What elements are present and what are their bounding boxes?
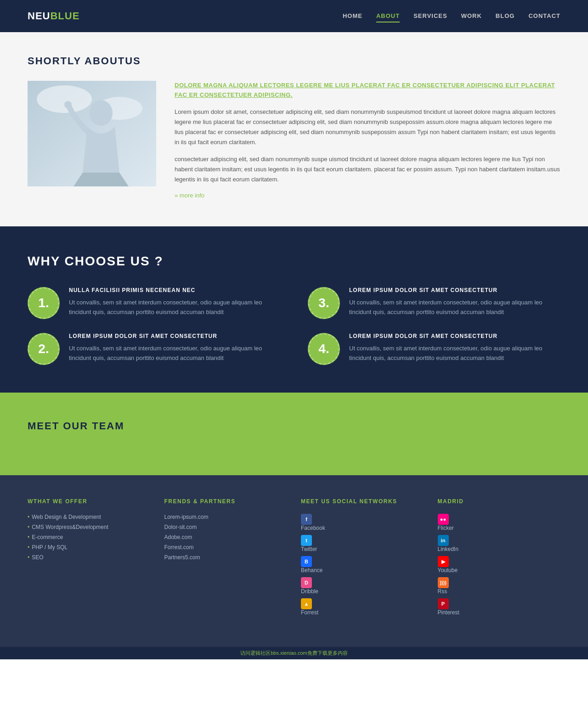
svg-point-3 bbox=[90, 100, 113, 126]
flicker-icon: ●● bbox=[438, 514, 449, 525]
why-item-4: 4. LOREM IPSUM DOLOR SIT AMET CONSECTETU… bbox=[308, 333, 560, 365]
about-text: DOLORE MAGNA ALIQUAM LECTORES LEGERE ME … bbox=[175, 81, 560, 199]
footer-col-social: MEET US SOCIAL NETWORKS f Facebook t Twi… bbox=[301, 498, 424, 619]
logo[interactable]: NEUBLUE bbox=[28, 10, 79, 22]
footer-social-behance-label: Behance bbox=[301, 567, 322, 573]
footer-madrid-youtube-label: Youtube bbox=[438, 567, 458, 573]
why-grid: 1. NULLA FACILISII PRIMIS NECENEAN NEC U… bbox=[28, 287, 560, 365]
footer-madrid-rss[interactable]: )))) Rss bbox=[438, 577, 561, 595]
footer-col-partners: FRENDS & PARTNERS Lorem-ipsum.com Dolor-… bbox=[164, 498, 288, 619]
footer-social-facebook[interactable]: f Facebook bbox=[301, 514, 424, 531]
about-title: SHORTLY ABOUTUS bbox=[28, 55, 560, 67]
footer-social-forrest-label: Forrest bbox=[301, 609, 318, 616]
why-item-1: 1. NULLA FACILISII PRIMIS NECENEAN NEC U… bbox=[28, 287, 280, 319]
why-item-2: 2. LOREM IPSUM DOLOR SIT AMET CONSECTETU… bbox=[28, 333, 280, 365]
why-heading-4: LOREM IPSUM DOLOR SIT AMET CONSECTETUR bbox=[349, 333, 560, 339]
youtube-icon: ▶ bbox=[438, 556, 449, 567]
behance-icon: B bbox=[301, 556, 312, 567]
logo-blue: BLUE bbox=[50, 10, 79, 22]
dribble-icon: D bbox=[301, 577, 312, 588]
footer-madrid-youtube[interactable]: ▶ Youtube bbox=[438, 556, 561, 573]
why-number-3: 3. bbox=[308, 287, 340, 319]
nav-contact[interactable]: CONTACT bbox=[528, 10, 560, 22]
why-number-1: 1. bbox=[28, 287, 60, 319]
why-number-4: 4. bbox=[308, 333, 340, 365]
footer-madrid-linkedin[interactable]: in LinkedIn bbox=[438, 535, 561, 552]
footer-social-forrest[interactable]: ▲ Forrest bbox=[301, 598, 424, 616]
about-content-title: DOLORE MAGNA ALIQUAM LECTORES LEGERE ME … bbox=[175, 81, 560, 100]
why-title: WHY CHOOSE US ? bbox=[28, 254, 560, 269]
linkedin-icon: in bbox=[438, 535, 449, 546]
why-item-content-1: NULLA FACILISII PRIMIS NECENEAN NEC Ut c… bbox=[69, 287, 280, 317]
team-section: MEET OUR TEAM bbox=[0, 393, 588, 475]
footer-social-twitter-label: Twitter bbox=[301, 546, 317, 552]
why-item-3: 3. LOREM IPSUM DOLOR SIT AMET CONSECTETU… bbox=[308, 287, 560, 319]
nav-work[interactable]: WORK bbox=[461, 10, 482, 22]
why-item-content-4: LOREM IPSUM DOLOR SIT AMET CONSECTETUR U… bbox=[349, 333, 560, 363]
watermark-bar: 访问逻辑社区bbs.xieniao.com免费下载更多内容 bbox=[0, 647, 588, 659]
footer-offer-list: Web Design & Development CMS Wordpress&D… bbox=[28, 514, 151, 561]
facebook-icon: f bbox=[301, 514, 312, 525]
footer-social-dribble-label: Dribble bbox=[301, 588, 318, 595]
team-title: MEET OUR TEAM bbox=[28, 420, 560, 432]
more-info-link[interactable]: more info bbox=[175, 192, 204, 199]
nav-links: HOME ABOUT SERVICES WORK BLOG CONTACT bbox=[343, 10, 560, 22]
why-section: WHY CHOOSE US ? 1. NULLA FACILISII PRIMI… bbox=[0, 226, 588, 393]
footer-madrid-pinterest-label: Pinterest bbox=[438, 609, 459, 616]
footer-partner-1[interactable]: Lorem-ipsum.com bbox=[164, 514, 288, 520]
svg-point-4 bbox=[64, 101, 72, 108]
why-item-content-2: LOREM IPSUM DOLOR SIT AMET CONSECTETUR U… bbox=[69, 333, 280, 363]
footer: WTHAT WE OFFER Web Design & Development … bbox=[0, 475, 588, 647]
about-content: DOLORE MAGNA ALIQUAM LECTORES LEGERE ME … bbox=[28, 81, 560, 199]
why-text-1: Ut convallis, sem sit amet interdum cons… bbox=[69, 298, 280, 317]
watermark-text: 访问逻辑社区bbs.xieniao.com免费下载更多内容 bbox=[240, 650, 348, 656]
why-text-3: Ut convallis, sem sit amet interdum cons… bbox=[349, 298, 560, 317]
navbar: NEUBLUE HOME ABOUT SERVICES WORK BLOG CO… bbox=[0, 0, 588, 32]
why-heading-2: LOREM IPSUM DOLOR SIT AMET CONSECTETUR bbox=[69, 333, 280, 339]
pinterest-icon: P bbox=[438, 598, 449, 609]
forrest-icon: ▲ bbox=[301, 598, 312, 609]
footer-offer-item-1: Web Design & Development bbox=[28, 514, 151, 520]
footer-partner-2[interactable]: Dolor-sit.com bbox=[164, 524, 288, 530]
footer-partner-4[interactable]: Forrest.com bbox=[164, 544, 288, 551]
nav-services[interactable]: SERVICES bbox=[413, 10, 447, 22]
footer-offer-title: WTHAT WE OFFER bbox=[28, 498, 151, 505]
rss-icon: )))) bbox=[438, 577, 449, 588]
footer-madrid-rss-label: Rss bbox=[438, 588, 447, 595]
why-text-4: Ut convallis, sem sit amet interdum cons… bbox=[349, 344, 560, 363]
footer-social-behance[interactable]: B Behance bbox=[301, 556, 424, 573]
footer-social-title: MEET US SOCIAL NETWORKS bbox=[301, 498, 424, 505]
footer-grid: WTHAT WE OFFER Web Design & Development … bbox=[28, 498, 560, 619]
nav-blog[interactable]: BLOG bbox=[496, 10, 515, 22]
why-heading-3: LOREM IPSUM DOLOR SIT AMET CONSECTETUR bbox=[349, 287, 560, 293]
footer-social-dribble[interactable]: D Dribble bbox=[301, 577, 424, 595]
about-para1: Lorem ipsum dolor sit amet, consectetuer… bbox=[175, 107, 560, 147]
footer-social-facebook-label: Facebook bbox=[301, 525, 325, 531]
footer-madrid-flicker-label: Flicker bbox=[438, 525, 454, 531]
footer-offer-item-4: PHP / My SQL bbox=[28, 544, 151, 551]
footer-col-offer: WTHAT WE OFFER Web Design & Development … bbox=[28, 498, 151, 619]
footer-madrid-title: MADRID bbox=[438, 498, 561, 505]
footer-offer-item-5: SEO bbox=[28, 554, 151, 561]
footer-partner-3[interactable]: Adobe.com bbox=[164, 534, 288, 540]
footer-madrid-flicker[interactable]: ●● Flicker bbox=[438, 514, 561, 531]
why-item-content-3: LOREM IPSUM DOLOR SIT AMET CONSECTETUR U… bbox=[349, 287, 560, 317]
footer-offer-item-3: E-commerce bbox=[28, 534, 151, 540]
why-heading-1: NULLA FACILISII PRIMIS NECENEAN NEC bbox=[69, 287, 280, 293]
nav-about[interactable]: ABOUT bbox=[376, 10, 400, 22]
footer-partner-5[interactable]: Partners5.com bbox=[164, 554, 288, 561]
footer-partners-title: FRENDS & PARTNERS bbox=[164, 498, 288, 505]
footer-offer-item-2: CMS Wordpress&Development bbox=[28, 524, 151, 530]
footer-social-twitter[interactable]: t Twitter bbox=[301, 535, 424, 552]
twitter-icon: t bbox=[301, 535, 312, 546]
about-image bbox=[28, 81, 156, 186]
logo-neu: NEU bbox=[28, 10, 50, 22]
about-section: SHORTLY ABOUTUS bbox=[0, 32, 588, 226]
footer-madrid-pinterest[interactable]: P Pinterest bbox=[438, 598, 561, 616]
svg-point-1 bbox=[37, 85, 92, 113]
why-text-2: Ut convallis, sem sit amet interdum cons… bbox=[69, 344, 280, 363]
about-para2: consectetuer adipiscing elit, sed diam n… bbox=[175, 154, 560, 185]
why-number-2: 2. bbox=[28, 333, 60, 365]
footer-madrid-linkedin-label: LinkedIn bbox=[438, 546, 458, 552]
nav-home[interactable]: HOME bbox=[343, 10, 362, 22]
